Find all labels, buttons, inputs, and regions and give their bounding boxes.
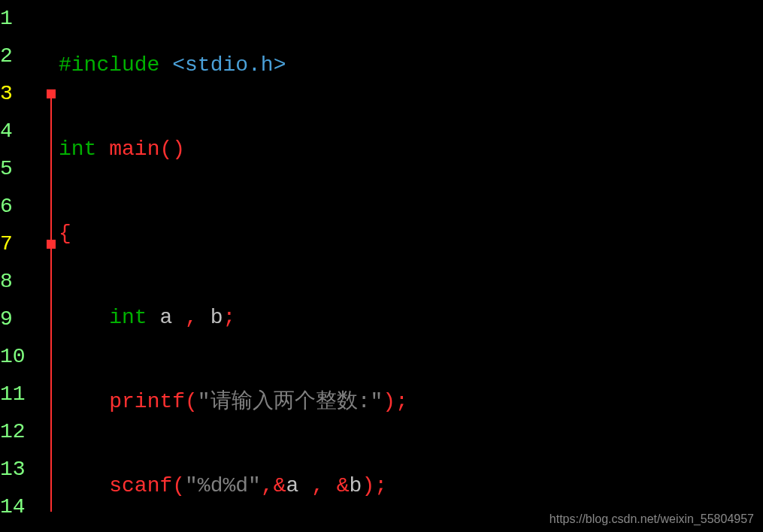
line-number: 4 <box>0 113 39 150</box>
line-number: 7 <box>0 225 39 263</box>
code-editor[interactable]: 1 2 3 4 5 6 7 8 9 10 11 12 13 14 #includ… <box>0 0 763 532</box>
code-area[interactable]: #include <stdio.h> int main() { int a , … <box>59 0 763 532</box>
line-number: 6 <box>0 188 39 225</box>
line-number: 13 <box>0 451 39 488</box>
line-number-gutter: 1 2 3 4 5 6 7 8 9 10 11 12 13 14 <box>0 0 45 532</box>
line-number: 14 <box>0 488 39 526</box>
fold-marker-icon[interactable] <box>47 89 56 98</box>
code-line: scanf("%d%d",&a , &b); <box>59 467 763 505</box>
line-number: 1 <box>0 0 39 38</box>
code-line: { <box>59 215 763 252</box>
code-line: printf("请输入两个整数:"); <box>59 383 763 421</box>
fold-marker-icon[interactable] <box>47 240 56 249</box>
fold-column <box>45 0 59 532</box>
line-number: 3 <box>0 75 39 113</box>
line-number: 9 <box>0 301 39 338</box>
code-line: int main() <box>59 131 763 168</box>
line-number: 8 <box>0 263 39 301</box>
watermark-text: https://blog.csdn.net/weixin_55804957 <box>550 512 754 526</box>
line-number: 2 <box>0 38 39 75</box>
line-number: 10 <box>0 338 39 376</box>
fold-guide <box>50 98 52 512</box>
code-line: #include <stdio.h> <box>59 47 763 84</box>
code-line: int a , b; <box>59 299 763 337</box>
line-number: 12 <box>0 413 39 451</box>
line-number: 5 <box>0 150 39 188</box>
line-number: 11 <box>0 376 39 413</box>
